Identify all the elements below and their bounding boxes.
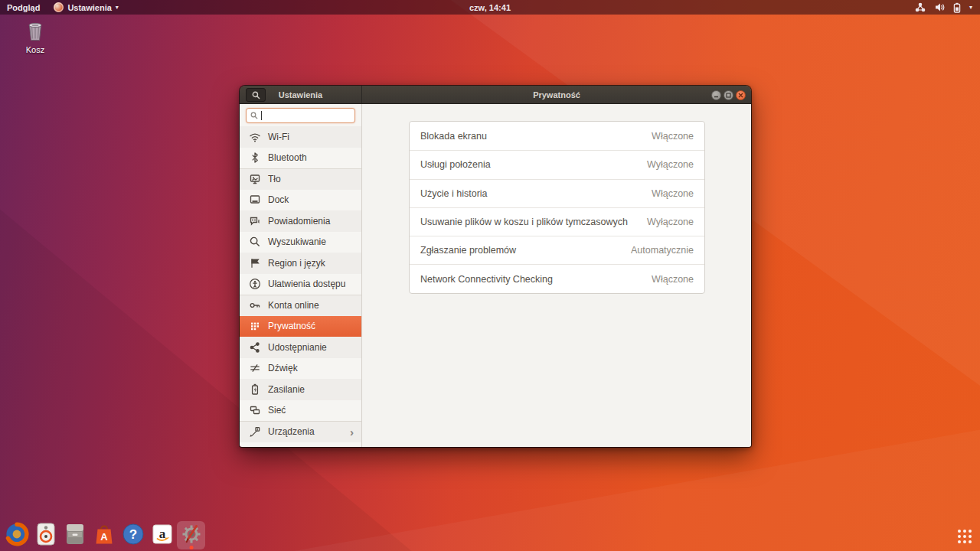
privacy-settings-group: Blokada ekranu Włączone Usługi położenia… [409, 121, 705, 294]
sharing-icon [249, 341, 261, 354]
sidebar-item-label: Dock [268, 194, 289, 205]
rhythmbox-icon [34, 522, 58, 549]
sidebar-item-siec[interactable]: Sieć [240, 400, 361, 422]
dock-item-files[interactable] [60, 521, 89, 549]
privacy-row-value: Wyłączone [647, 217, 694, 227]
dock: A ? a [0, 520, 980, 551]
search-row [240, 104, 361, 126]
settings-sidebar: Wi-Fi Bluetooth Tło Dock Powiadomienia W… [240, 104, 362, 447]
dock-item-firefox[interactable] [2, 521, 31, 549]
window-title-panel: Prywatność [533, 90, 580, 99]
privacy-icon [249, 320, 261, 332]
sidebar-item-label: Tło [268, 174, 281, 184]
minimize-button[interactable] [711, 90, 721, 100]
chevron-right-icon: › [350, 426, 354, 438]
close-button[interactable] [736, 90, 746, 100]
help-icon: ? [121, 522, 145, 549]
sidebar-item-label: Ułatwienia dostępu [268, 279, 345, 289]
sidebar-item-label: Wyszukiwanie [268, 236, 326, 247]
sidebar-item-prywatnosc[interactable]: Prywatność [240, 316, 361, 337]
privacy-row-label: Network Connectivity Checking [420, 274, 553, 285]
search-icon [249, 236, 261, 248]
search-input[interactable] [246, 108, 355, 123]
background-icon [249, 173, 261, 185]
dock-items: A ? a [2, 521, 205, 549]
power-icon [249, 383, 261, 396]
battery-icon [953, 2, 961, 13]
dock-item-amazon[interactable]: a [148, 521, 176, 549]
trash-desktop-icon[interactable]: Kosz [18, 18, 53, 54]
region-language-icon [249, 257, 261, 269]
ubuntu-software-icon: A [92, 522, 116, 549]
privacy-row-label: Blokada ekranu [420, 131, 487, 142]
sidebar-item-label: Bluetooth [268, 152, 307, 163]
running-indicator-dot [189, 546, 193, 549]
privacy-row-label: Zgłaszanie problemów [420, 245, 516, 256]
sidebar-item-region-i-jezyk[interactable]: Region i język [240, 253, 361, 274]
privacy-row[interactable]: Zgłaszanie problemów Automatycznie [410, 236, 704, 264]
sidebar-item-label: Urządzenia [268, 426, 315, 437]
privacy-row[interactable]: Usługi położenia Wyłączone [410, 150, 704, 178]
dock-item-settings[interactable] [177, 521, 205, 549]
sidebar-item-wyszukiwanie[interactable]: Wyszukiwanie [240, 232, 361, 253]
privacy-panel: Blokada ekranu Włączone Usługi położenia… [362, 104, 751, 447]
svg-text:a: a [158, 526, 165, 540]
sidebar-item-zasilanie[interactable]: Zasilanie [240, 379, 361, 400]
sidebar-item-wifi[interactable]: Wi-Fi [240, 126, 361, 148]
sidebar-item-udostepnianie[interactable]: Udostępnianie [240, 337, 361, 358]
sidebar-item-ulatwienia-dostepu[interactable]: Ułatwienia dostępu [240, 274, 361, 295]
search-toggle-button[interactable] [246, 88, 266, 102]
accessibility-icon [249, 278, 261, 290]
show-applications-icon[interactable] [958, 530, 972, 543]
sidebar-item-bluetooth[interactable]: Bluetooth [240, 148, 361, 169]
dock-item-rhythmbox[interactable] [31, 521, 60, 549]
system-status-area[interactable]: ▾ [915, 2, 980, 13]
bluetooth-icon [249, 152, 261, 164]
dock-item-ubuntu-software[interactable]: A [90, 521, 118, 549]
headerbar-panel-section: Prywatność [362, 86, 751, 103]
sidebar-item-urzadzenia[interactable]: Urządzenia › [240, 421, 361, 442]
sidebar-item-label: Zasilanie [268, 384, 305, 395]
privacy-row[interactable]: Usuwanie plików w koszu i plików tymczas… [410, 207, 704, 236]
chevron-down-icon: ▾ [969, 5, 972, 11]
sidebar-item-label: Wi-Fi [268, 132, 289, 142]
privacy-row-value: Wyłączone [647, 159, 694, 170]
headerbar[interactable]: Ustawienia Prywatność [240, 86, 751, 104]
search-icon [250, 112, 258, 119]
dock-icon [249, 194, 261, 206]
privacy-row[interactable]: Blokada ekranu Włączone [410, 122, 704, 150]
firefox-icon [5, 522, 29, 549]
network-screens-icon [249, 404, 261, 416]
sidebar-item-konta-online[interactable]: Konta online [240, 295, 361, 316]
sidebar-item-label: Udostępnianie [268, 342, 327, 353]
svg-text:?: ? [129, 527, 136, 542]
files-icon [63, 522, 87, 549]
sidebar-item-label: Dźwięk [268, 363, 298, 373]
dock-item-help[interactable]: ? [119, 521, 147, 549]
sidebar-item-dzwiek[interactable]: Dźwięk [240, 358, 361, 380]
privacy-row-value: Włączone [652, 274, 694, 285]
window-title-sidebar: Ustawienia [279, 90, 322, 99]
sidebar-item-label: Powiadomienia [268, 216, 330, 227]
privacy-row-value: Automatycznie [631, 245, 694, 256]
settings-window: Ustawienia Prywatność Wi-Fi Bluetooth Tł… [240, 86, 751, 447]
privacy-row[interactable]: Network Connectivity Checking Włączone [410, 264, 704, 292]
maximize-button[interactable] [724, 90, 733, 100]
sidebar-item-label: Region i język [268, 258, 325, 269]
top-bar: Podgląd Ustawienia ▾ czw, 14:41 ▾ [0, 0, 980, 15]
svg-text:A: A [100, 531, 108, 543]
notifications-icon [249, 215, 261, 227]
privacy-row-value: Włączone [652, 188, 694, 199]
sidebar-item-label: Sieć [268, 405, 286, 416]
devices-icon [249, 425, 261, 438]
sound-icon [249, 362, 261, 374]
sidebar-item-tlo[interactable]: Tło [240, 168, 361, 190]
clock[interactable]: czw, 14:41 [0, 3, 980, 12]
privacy-row-label: Użycie i historia [420, 188, 488, 199]
headerbar-sidebar-section: Ustawienia [240, 86, 362, 103]
wifi-icon [249, 131, 261, 143]
amazon-icon: a [150, 522, 175, 549]
sidebar-item-dock[interactable]: Dock [240, 190, 361, 211]
sidebar-item-powiadomienia[interactable]: Powiadomienia [240, 210, 361, 232]
privacy-row[interactable]: Użycie i historia Włączone [410, 179, 704, 207]
